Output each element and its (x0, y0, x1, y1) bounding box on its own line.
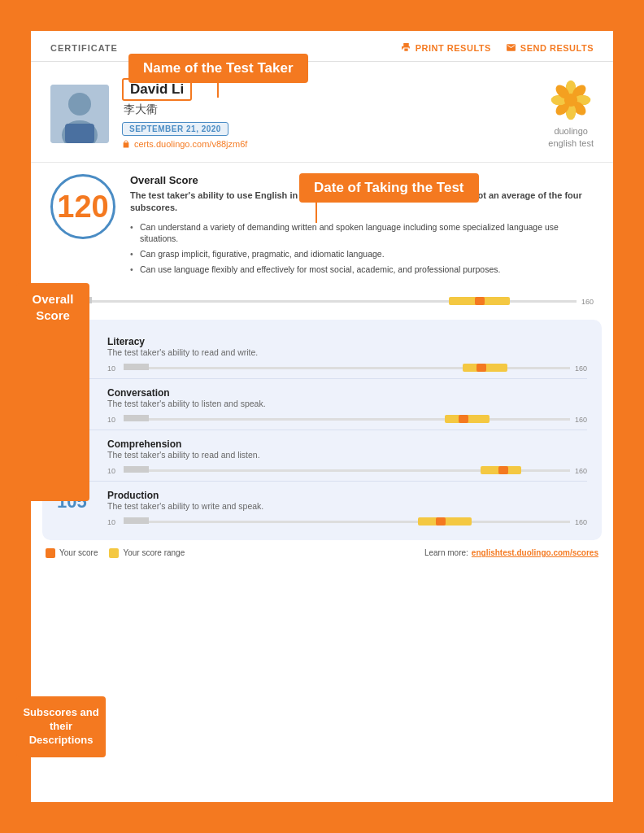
svg-point-1 (68, 93, 91, 116)
subscore-title: Literacy (107, 336, 587, 347)
bar-tick (148, 364, 149, 370)
subscore-info: ProductionThe test taker's ability to wr… (107, 490, 587, 529)
subscore-bar-min: 10 (107, 518, 119, 526)
subscore-description: The test taker's ability to write and sp… (107, 501, 587, 511)
outer-border: Name of the Test Taker Date of Taking th… (16, 16, 628, 817)
lock-icon (122, 140, 130, 148)
email-icon (506, 42, 516, 53)
duolingo-icon (549, 78, 593, 122)
score-circle: 120 (50, 174, 115, 239)
subscores-annotation: Subscores and their Descriptions (16, 696, 106, 757)
name-annotation: Name of the Test Taker (128, 54, 308, 83)
subscore-info: LiteracyThe test taker's ability to read… (107, 336, 587, 375)
inner-card: Name of the Test Taker Date of Taking th… (31, 31, 613, 802)
subscore-title: Comprehension (107, 438, 587, 450)
duolingo-logo: duolingo english test (548, 78, 594, 149)
subscore-bar-score (498, 466, 508, 474)
certificate-header: CERTIFICATE PRINT RESULTS SEND RESULTS (31, 31, 613, 62)
send-results-button[interactable]: SEND RESULTS (506, 42, 594, 53)
subscore-description: The test taker's ability to listen and s… (107, 399, 587, 408)
subscore-bar-score (459, 415, 468, 423)
legend-learn-more: Learn more: englishtest.duolingo.com/sco… (424, 548, 598, 557)
bullet-item: Can understand a variety of demanding wr… (130, 221, 594, 245)
legend-orange-dot (46, 548, 55, 558)
date-annotation: Date of Taking the Test (299, 173, 479, 203)
bar-track (67, 300, 577, 303)
svg-point-12 (564, 94, 577, 107)
subscore-bar-wrapper: 10160 (107, 516, 587, 529)
legend-yellow-dot (109, 548, 119, 558)
overall-score-bar-container: 10 160 (31, 290, 613, 320)
cert-actions: PRINT RESULTS SEND RESULTS (401, 42, 594, 53)
subscore-bar-max: 160 (575, 467, 587, 475)
subscore-bar-track (124, 418, 570, 421)
subscore-title: Production (107, 490, 587, 501)
profile-photo (50, 85, 109, 143)
profile-test-date: SEPTEMBER 21, 2020 (122, 122, 228, 136)
legend-your-score: Your score (46, 548, 98, 558)
bar-tick (148, 415, 149, 421)
subscore-description: The test taker's ability to read and wri… (107, 347, 587, 357)
subscore-bar-score (476, 364, 486, 372)
profile-cert-link[interactable]: certs.duolingo.com/v88jzm6f (122, 139, 247, 149)
subscore-bar-score (436, 517, 446, 526)
subscore-bar-track (124, 469, 570, 472)
subscore-bar-wrapper: 10160 (107, 362, 587, 375)
profile-name-chinese: 李大衢 (124, 102, 247, 117)
bar-max-label: 160 (581, 298, 594, 306)
subscore-bar-min: 10 (107, 416, 119, 424)
certificate-label: CERTIFICATE (50, 43, 118, 53)
subscore-bar-track (124, 367, 570, 369)
subscore-bar-min: 10 (107, 364, 119, 373)
subscore-bar-max: 160 (575, 518, 587, 526)
subscore-title: Conversation (107, 387, 587, 399)
overall-bullets: Can understand a variety of demanding wr… (130, 221, 594, 276)
subscore-bar-max: 160 (575, 416, 587, 424)
printer-icon (401, 42, 411, 53)
bullet-item: Can use language flexibly and effectivel… (130, 264, 594, 276)
profile-info: David Li 李大衢 SEPTEMBER 21, 2020 certs.du… (122, 78, 247, 149)
subscore-description: The test taker's ability to read and lis… (107, 450, 587, 460)
overall-score-bar: 10 160 (50, 295, 594, 308)
subscore-row: 125LiteracyThe test taker's ability to r… (57, 328, 587, 379)
subscore-info: ConversationThe test taker's ability to … (107, 387, 587, 426)
print-results-button[interactable]: PRINT RESULTS (401, 42, 491, 53)
legend-section: Your score Your score range Learn more: … (31, 540, 613, 566)
legend-score-range: Your score range (109, 548, 185, 558)
svg-rect-3 (65, 124, 94, 143)
bar-tick (91, 297, 92, 303)
overall-annotation: Overall Score (16, 283, 89, 501)
duolingo-brand-text: duolingo english test (548, 125, 594, 149)
subscore-row: 105ProductionThe test taker's ability to… (57, 482, 587, 532)
subscore-bar-min: 10 (107, 467, 119, 475)
legend-range-label: Your score range (123, 548, 185, 557)
subscore-bar-wrapper: 10160 (107, 464, 587, 478)
overall-score-number: 120 (57, 190, 108, 225)
subscores-card: 125LiteracyThe test taker's ability to r… (42, 320, 602, 540)
subscore-bar-wrapper: 10160 (107, 413, 587, 426)
subscore-bar-track (124, 521, 570, 523)
subscore-row: 135ComprehensionThe test taker's ability… (57, 430, 587, 482)
subscore-bar-max: 160 (575, 364, 587, 373)
profile-section: David Li 李大衢 SEPTEMBER 21, 2020 certs.du… (31, 62, 613, 162)
bar-tick (148, 466, 149, 473)
bullet-item: Can grasp implicit, figurative, pragmati… (130, 248, 594, 260)
learn-more-prefix: Learn more: (424, 548, 468, 557)
bar-score-fill (475, 297, 485, 305)
subscore-info: ComprehensionThe test taker's ability to… (107, 438, 587, 478)
learn-more-link[interactable]: englishtest.duolingo.com/scores (472, 548, 598, 557)
legend-score-label: Your score (59, 548, 98, 557)
bar-tick (148, 517, 149, 524)
subscore-row: 115ConversationThe test taker's ability … (57, 379, 587, 430)
